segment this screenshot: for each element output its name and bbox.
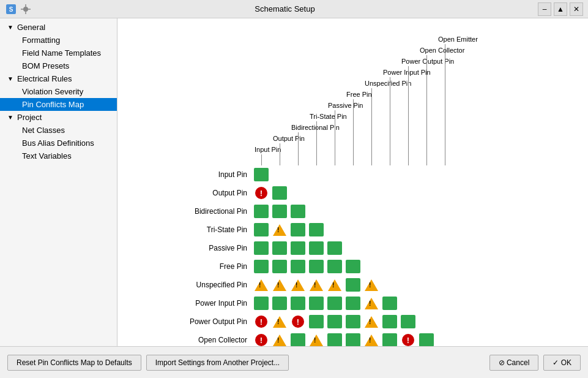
sidebar-label-formatting: Formatting (22, 36, 60, 45)
sidebar-item-net-classes[interactable]: Net Classes (0, 124, 117, 137)
cell-9-2[interactable] (289, 332, 307, 346)
cell-6-2[interactable]: ! (289, 277, 307, 293)
cell-green-icon (272, 241, 287, 255)
sidebar-label-net-classes: Net Classes (22, 126, 65, 135)
cell-5-3[interactable] (307, 259, 326, 274)
cell-1-1[interactable] (270, 185, 289, 201)
cell-4-0[interactable] (252, 240, 270, 256)
cell-1-0[interactable]: ! (252, 185, 270, 201)
cell-2-1[interactable] (270, 203, 289, 219)
col-header-line-4 (335, 110, 335, 165)
cell-9-4[interactable] (326, 332, 344, 346)
cell-8-1[interactable]: ! (270, 314, 289, 330)
cell-green-icon (254, 260, 269, 273)
reset-defaults-button[interactable]: Reset Pin Conflicts Map to Defaults (7, 355, 141, 371)
matrix-row-0: Input Pin (130, 165, 582, 184)
sidebar-item-field-name-templates[interactable]: Field Name Templates (0, 47, 117, 59)
cell-6-1[interactable]: ! (270, 277, 289, 293)
col-label-text-8: Power Output Pin (401, 58, 454, 65)
sidebar-item-general[interactable]: ▼General (0, 21, 117, 34)
cell-9-0[interactable]: ! (252, 332, 270, 346)
cell-3-2[interactable] (289, 222, 307, 238)
cell-4-4[interactable] (326, 240, 344, 256)
cell-5-1[interactable] (270, 259, 289, 274)
row-label-5: Free Pin (130, 262, 252, 271)
cell-6-4[interactable]: ! (326, 277, 344, 293)
cell-6-6[interactable]: ! (362, 277, 381, 293)
cell-4-1[interactable] (270, 240, 289, 256)
close-button[interactable]: ✕ (570, 2, 583, 16)
cell-7-6[interactable]: ! (362, 295, 381, 311)
cell-7-4[interactable] (326, 295, 344, 311)
cell-8-0[interactable]: ! (252, 314, 270, 330)
cancel-button[interactable]: ⊘ Cancel (489, 355, 539, 371)
cell-9-3[interactable]: ! (307, 332, 326, 346)
cell-4-3[interactable] (307, 240, 326, 256)
cell-8-4[interactable] (326, 314, 344, 330)
import-settings-button[interactable]: Import Settings from Another Project... (146, 355, 289, 371)
sidebar-item-project[interactable]: ▼Project (0, 111, 117, 124)
cell-7-5[interactable] (344, 295, 362, 311)
cell-6-0[interactable]: ! (252, 277, 270, 293)
col-header-line-0 (261, 154, 262, 165)
cell-6-3[interactable]: ! (307, 277, 326, 293)
cell-8-7[interactable] (381, 314, 399, 330)
matrix-row-1: Output Pin! (130, 184, 582, 202)
ok-label: OK (561, 358, 571, 367)
cell-9-1[interactable]: ! (270, 332, 289, 346)
cell-7-0[interactable] (252, 295, 270, 311)
sidebar-label-electrical-rules: Electrical Rules (17, 74, 72, 83)
cell-5-2[interactable] (289, 259, 307, 274)
cell-6-5[interactable] (344, 277, 362, 293)
cell-0-0[interactable] (252, 167, 270, 183)
cell-9-7[interactable] (381, 332, 399, 346)
cell-green-icon (401, 315, 415, 328)
cell-7-2[interactable] (289, 295, 307, 311)
cell-green-icon (254, 205, 269, 218)
sidebar-item-bom-presets[interactable]: BOM Presets (0, 59, 117, 72)
cell-8-6[interactable]: ! (362, 314, 381, 330)
cell-9-5[interactable] (344, 332, 362, 346)
sidebar-item-text-variables[interactable]: Text Variables (0, 149, 117, 162)
sidebar-item-formatting[interactable]: Formatting (0, 34, 117, 47)
cell-9-9[interactable] (417, 332, 436, 346)
col-label-text-6: Unspecified Pin (365, 80, 411, 87)
cell-5-5[interactable] (344, 259, 362, 274)
cell-4-2[interactable] (289, 240, 307, 256)
cell-2-0[interactable] (252, 203, 270, 219)
cell-5-4[interactable] (326, 259, 344, 274)
cell-8-8[interactable] (399, 314, 417, 330)
cell-warning-icon: ! (365, 316, 378, 328)
minimize-button[interactable]: – (538, 2, 551, 16)
cancel-label: Cancel (507, 358, 529, 367)
ok-button[interactable]: ✓ OK (543, 355, 581, 371)
cell-3-0[interactable] (252, 222, 270, 238)
cell-2-2[interactable] (289, 203, 307, 219)
titlebar-controls[interactable]: – ▲ ✕ (538, 2, 583, 16)
cell-8-3[interactable] (307, 314, 326, 330)
cell-8-2[interactable]: ! (289, 314, 307, 330)
cell-5-0[interactable] (252, 259, 270, 274)
cell-warning-icon: ! (310, 335, 323, 346)
bottom-bar: Reset Pin Conflicts Map to Defaults Impo… (0, 346, 588, 378)
sidebar-item-violation-severity[interactable]: Violation Severity (0, 85, 117, 98)
sidebar-item-pin-conflicts-map[interactable]: Pin Conflicts Map (0, 98, 117, 111)
cell-green-icon (327, 260, 342, 273)
cell-3-3[interactable] (307, 222, 326, 238)
cell-3-1[interactable]: ! (270, 222, 289, 238)
cell-9-6[interactable]: ! (362, 332, 381, 346)
cell-green-icon (309, 260, 324, 273)
row-label-3: Tri-State Pin (130, 225, 252, 234)
cell-9-8[interactable]: ! (399, 332, 417, 346)
cell-7-7[interactable] (381, 295, 399, 311)
sidebar-item-electrical-rules[interactable]: ▼Electrical Rules (0, 72, 117, 85)
cell-8-5[interactable] (344, 314, 362, 330)
col-label-text-0: Input Pin (255, 146, 281, 153)
cell-7-3[interactable] (307, 295, 326, 311)
maximize-button[interactable]: ▲ (554, 2, 567, 16)
cell-green-icon (272, 186, 287, 200)
cell-7-1[interactable] (270, 295, 289, 311)
cell-error-icon: ! (255, 334, 267, 346)
sidebar-item-bus-alias-definitions[interactable]: Bus Alias Definitions (0, 137, 117, 149)
cell-green-icon (346, 297, 360, 310)
